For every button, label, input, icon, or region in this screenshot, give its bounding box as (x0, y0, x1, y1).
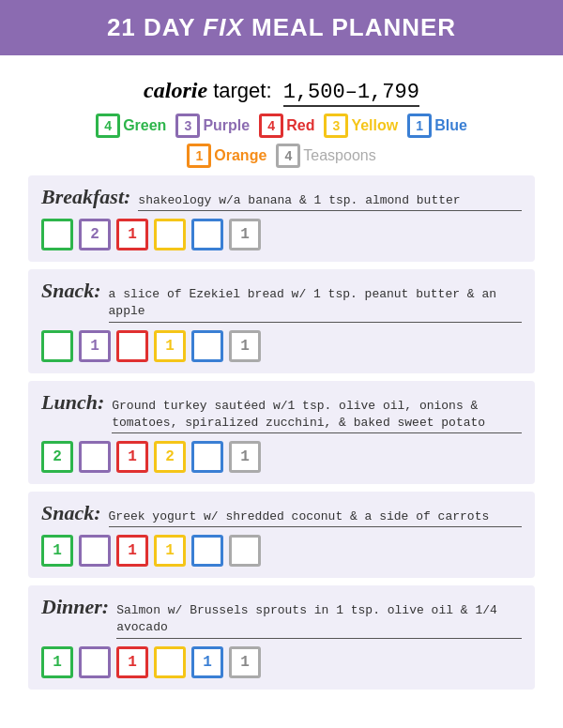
container-teaspoons: 4 Teaspoons (276, 144, 375, 168)
snack1-box-purple: 1 (79, 330, 111, 362)
lunch-box-green: 2 (41, 441, 73, 473)
header-post: MEAL PLANNER (251, 13, 456, 41)
snack1-box-red (116, 330, 148, 362)
meal-snack2: Snack: Greek yogurt w/ shredded coconut … (28, 492, 535, 578)
breakfast-boxes: 2 1 1 (41, 219, 522, 250)
dinner-box-yellow (154, 646, 186, 678)
snack1-title: Snack: (41, 279, 101, 303)
lunch-box-yellow: 2 (154, 441, 186, 473)
dinner-box-purple (79, 646, 111, 678)
meal-lunch: Lunch: Ground turkey sautéed w/1 tsp. ol… (28, 381, 535, 484)
calorie-label: calorie (144, 78, 207, 102)
label-red: Red (286, 117, 314, 134)
snack2-box-green: 1 (41, 535, 73, 567)
container-red: 4 Red (259, 114, 314, 138)
box-blue: 1 (407, 114, 432, 138)
snack2-box-purple (79, 535, 111, 567)
box-teaspoons: 4 (276, 144, 300, 168)
meals-container: Breakfast: shakeology w/a banana & 1 tsp… (28, 175, 535, 690)
breakfast-box-yellow (154, 219, 186, 250)
breakfast-description: shakeology w/a banana & 1 tsp. almond bu… (138, 192, 522, 211)
container-counts-row1: 4 Green 3 Purple 4 Red 3 Yellow 1 Blue (28, 114, 535, 138)
lunch-box-purple (79, 441, 111, 473)
meal-snack1-header: Snack: a slice of Ezekiel bread w/ 1 tsp… (41, 279, 522, 322)
meal-breakfast-header: Breakfast: shakeology w/a banana & 1 tsp… (41, 185, 522, 211)
calorie-value: 1,500–1,799 (283, 81, 419, 107)
snack2-description: Greek yogurt w/ shredded coconut & a sid… (109, 508, 522, 527)
page-header: 21 DAY FIX MEAL PLANNER (0, 0, 563, 55)
snack2-title: Snack: (41, 501, 101, 525)
breakfast-title: Breakfast: (41, 185, 130, 209)
box-purple: 3 (175, 114, 200, 138)
label-green: Green (123, 117, 166, 134)
box-orange: 1 (187, 144, 211, 168)
label-yellow: Yellow (351, 117, 398, 134)
snack2-box-yellow: 1 (154, 535, 186, 567)
lunch-box-blue (191, 441, 223, 473)
lunch-box-red: 1 (116, 441, 148, 473)
lunch-box-gray: 1 (229, 441, 261, 473)
dinner-box-gray: 1 (229, 646, 261, 678)
box-yellow: 3 (324, 114, 348, 138)
main-content: calorie target: 1,500–1,799 4 Green 3 Pu… (0, 55, 563, 716)
meal-lunch-header: Lunch: Ground turkey sautéed w/1 tsp. ol… (41, 390, 522, 433)
breakfast-box-green (41, 219, 73, 250)
lunch-description: Ground turkey sautéed w/1 tsp. olive oil… (112, 398, 522, 433)
container-orange: 1 Orange (187, 144, 266, 168)
box-green: 4 (96, 114, 120, 138)
container-purple: 3 Purple (175, 114, 250, 138)
container-yellow: 3 Yellow (324, 114, 398, 138)
meal-breakfast: Breakfast: shakeology w/a banana & 1 tsp… (28, 175, 535, 262)
snack1-box-gray: 1 (229, 330, 261, 362)
meal-snack2-header: Snack: Greek yogurt w/ shredded coconut … (41, 501, 522, 527)
header-fix: FIX (203, 13, 243, 41)
label-purple: Purple (203, 117, 250, 134)
dinner-box-blue: 1 (191, 646, 223, 678)
dinner-box-red: 1 (116, 646, 148, 678)
breakfast-box-red: 1 (116, 219, 148, 250)
dinner-title: Dinner: (41, 595, 109, 619)
snack2-boxes: 1 1 1 (41, 535, 522, 567)
label-blue: Blue (434, 117, 467, 134)
container-counts-row2: 1 Orange 4 Teaspoons (28, 144, 535, 168)
container-blue: 1 Blue (407, 114, 467, 138)
breakfast-box-gray: 1 (229, 219, 261, 250)
calorie-target-text: target: (213, 79, 271, 102)
dinner-description: Salmon w/ Brussels sprouts in 1 tsp. oli… (116, 602, 522, 638)
container-green: 4 Green (96, 114, 166, 138)
calorie-target: calorie target: 1,500–1,799 (28, 78, 535, 104)
breakfast-box-purple: 2 (79, 219, 111, 250)
label-orange: Orange (214, 147, 266, 164)
snack2-box-blue (191, 535, 223, 567)
label-teaspoons: Teaspoons (303, 147, 375, 164)
snack2-box-red: 1 (116, 535, 148, 567)
meal-snack1: Snack: a slice of Ezekiel bread w/ 1 tsp… (28, 269, 535, 372)
snack1-box-green (41, 330, 73, 362)
meal-dinner-header: Dinner: Salmon w/ Brussels sprouts in 1 … (41, 595, 522, 638)
snack1-description: a slice of Ezekiel bread w/ 1 tsp. peanu… (109, 286, 522, 322)
lunch-title: Lunch: (41, 390, 104, 415)
breakfast-box-blue (191, 219, 223, 250)
snack1-boxes: 1 1 1 (41, 330, 522, 362)
lunch-boxes: 2 1 2 1 (41, 441, 522, 473)
dinner-box-green: 1 (41, 646, 73, 678)
snack2-box-gray (229, 535, 261, 567)
header-pre: 21 DAY (107, 13, 195, 41)
box-red: 4 (259, 114, 283, 138)
snack1-box-blue (191, 330, 223, 362)
snack1-box-yellow: 1 (154, 330, 186, 362)
dinner-boxes: 1 1 1 1 (41, 646, 522, 678)
meal-dinner: Dinner: Salmon w/ Brussels sprouts in 1 … (28, 585, 535, 689)
